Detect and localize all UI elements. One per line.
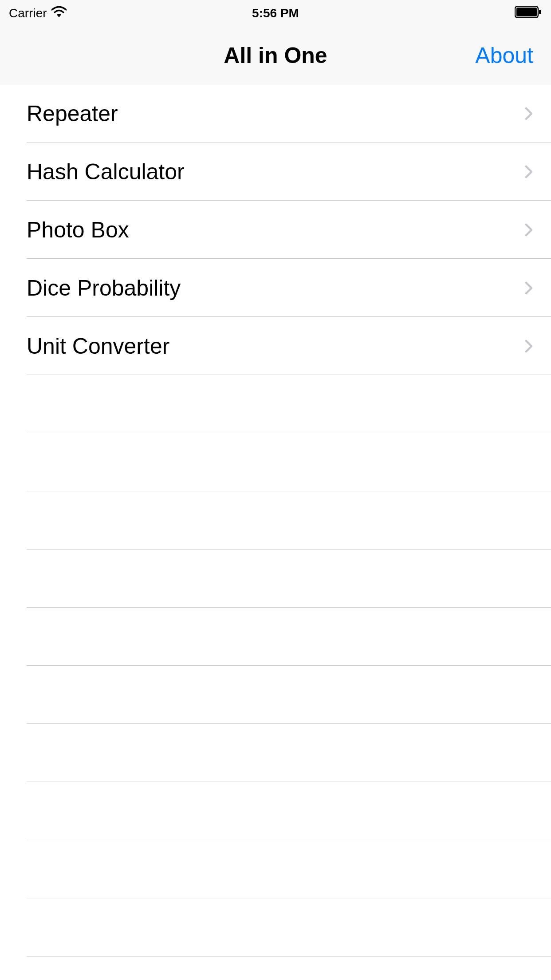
chevron-right-icon xyxy=(522,281,535,295)
empty-row xyxy=(0,782,551,840)
chevron-right-icon xyxy=(522,340,535,353)
empty-row xyxy=(0,433,551,491)
empty-row xyxy=(0,491,551,549)
svg-rect-1 xyxy=(516,8,537,16)
list-item-label: Photo Box xyxy=(27,217,129,243)
list-item-repeater[interactable]: Repeater xyxy=(0,84,551,142)
empty-row xyxy=(0,666,551,724)
status-left: Carrier xyxy=(9,6,67,21)
about-button[interactable]: About xyxy=(475,43,533,68)
status-bar: Carrier 5:56 PM xyxy=(0,0,551,27)
empty-row xyxy=(0,375,551,433)
empty-row xyxy=(0,956,551,980)
carrier-label: Carrier xyxy=(9,6,47,20)
nav-bar: All in One About xyxy=(0,27,551,84)
chevron-right-icon xyxy=(522,165,535,178)
status-time: 5:56 PM xyxy=(252,6,299,20)
battery-icon xyxy=(515,6,542,21)
wifi-icon xyxy=(51,6,67,21)
list-item-photo-box[interactable]: Photo Box xyxy=(0,201,551,259)
list-item-label: Repeater xyxy=(27,101,118,126)
empty-row xyxy=(0,898,551,956)
empty-row xyxy=(0,840,551,898)
empty-row xyxy=(0,608,551,666)
list-item-label: Unit Converter xyxy=(27,333,169,359)
status-right xyxy=(515,6,542,21)
chevron-right-icon xyxy=(522,107,535,120)
svg-rect-2 xyxy=(539,10,541,14)
chevron-right-icon xyxy=(522,223,535,237)
empty-row xyxy=(0,724,551,782)
page-title: All in One xyxy=(224,43,327,68)
empty-row xyxy=(0,549,551,608)
main-list: Repeater Hash Calculator Photo Box Dice … xyxy=(0,84,551,980)
list-item-dice-probability[interactable]: Dice Probability xyxy=(0,259,551,317)
list-item-label: Hash Calculator xyxy=(27,159,185,185)
list-item-unit-converter[interactable]: Unit Converter xyxy=(0,317,551,375)
list-item-hash-calculator[interactable]: Hash Calculator xyxy=(0,142,551,201)
list-item-label: Dice Probability xyxy=(27,275,181,301)
